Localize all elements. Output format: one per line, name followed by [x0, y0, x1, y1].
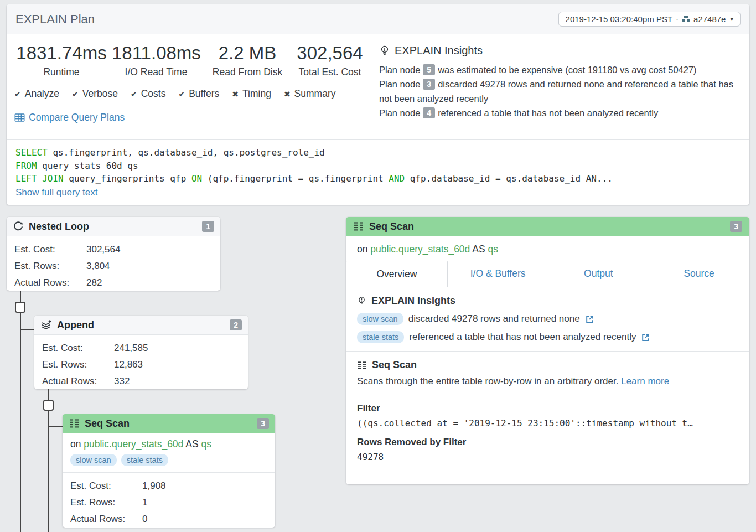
collapse-node-button-1[interactable]: − [15, 302, 25, 313]
flag-buffers: ✔Buffers [178, 88, 219, 100]
detail-insights-title: EXPLAIN Insights [371, 295, 455, 307]
detail-tabs: OverviewI/O & BuffersOutputSource [346, 261, 749, 287]
filter-expression: ((qs.collected_at = '2019-12-15 23:15:00… [357, 418, 738, 428]
stat-label: Est. Cost: [70, 478, 142, 494]
stat-label: Actual Rows: [42, 373, 114, 390]
node-title: Nested Loop [29, 221, 89, 233]
chevron-down-icon: ▾ [730, 16, 733, 23]
lightbulb-icon [379, 45, 390, 57]
node-stat-row: Actual Rows:332 [42, 373, 240, 390]
sql-keyword: LEFT JOIN [15, 173, 64, 184]
tab-i-o-buffers[interactable]: I/O & Buffers [448, 261, 548, 287]
summary-section: 1831.74msRuntime1811.08msI/O Read Time2.… [7, 34, 749, 140]
tree-line-horizontal-1 [21, 329, 34, 330]
sql-text: query_fingerprints qfp [64, 173, 191, 184]
append-layers-icon [40, 319, 52, 330]
plan-node-nested-loop[interactable]: Nested Loop 1 Est. Cost:302,564Est. Rows… [7, 217, 220, 291]
sql-text: qfp.database_id = qs.database_id AN... [405, 173, 613, 184]
node-stats: Est. Cost:1,908Est. Rows:1Actual Rows:0 [63, 473, 275, 532]
flag-label: Buffers [189, 88, 219, 99]
plan-node-append[interactable]: Append 2 Est. Cost:241,585Est. Rows:12,8… [34, 316, 248, 389]
node-help-title: Seq Scan [372, 359, 417, 371]
flag-analyze: ✔Analyze [14, 88, 59, 100]
plan-node-badge[interactable]: 5 [423, 64, 435, 75]
stats-pane: 1831.74msRuntime1811.08msI/O Read Time2.… [7, 34, 369, 139]
node-stat-row: Est. Cost:1,908 [70, 478, 267, 494]
detail-insights-section: EXPLAIN Insights slow scandiscarded 4927… [346, 287, 749, 351]
stat-label: Actual Rows: [70, 511, 142, 528]
node-stat-row: Actual Rows:282 [14, 275, 213, 291]
sql-line: SELECT qs.fingerprint, qs.database_id, q… [15, 146, 741, 159]
sql-keyword: AND [389, 173, 405, 184]
table-grid-icon [14, 113, 25, 122]
stat-label: Total Est. Cost [294, 66, 365, 78]
tab-source[interactable]: Source [649, 261, 749, 287]
rows-removed-value: 49278 [357, 452, 738, 462]
node-header: Append 2 [34, 316, 248, 335]
plan-node-seq-scan[interactable]: Seq Scan 3 on public.query_stats_60d AS … [63, 414, 275, 528]
flag-label: Timing [242, 88, 271, 99]
loop-icon [13, 221, 24, 232]
node-detail-panel: Seq Scan 3 on public.query_stats_60d AS … [346, 217, 749, 484]
rows-removed-label: Rows Removed by Filter [357, 437, 738, 448]
detail-insights-list: slow scandiscarded 49278 rows and return… [357, 313, 738, 343]
insight-prefix: Plan node [379, 65, 420, 75]
stat-label: I/O Read Time [112, 66, 200, 78]
node-header: Nested Loop 1 [7, 217, 220, 236]
insight-tag-pill: slow scan [357, 313, 403, 325]
stat-label: Est. Rows: [70, 494, 142, 511]
cross-icon: ✖ [284, 90, 291, 99]
node-stat-row: Est. Cost:241,585 [42, 340, 240, 357]
insight-text: was estimated to be expensive (cost 1911… [438, 65, 696, 75]
explain-flags: ✔Analyze✔Verbose✔Costs✔Buffers✖Timing✖Su… [14, 88, 335, 100]
flag-timing: ✖Timing [232, 88, 271, 100]
external-link-icon[interactable] [585, 314, 594, 324]
stat-value: 332 [114, 373, 130, 390]
snapshot-selector-button[interactable]: 2019-12-15 03:20:40pm PST · a27487e ▾ [558, 12, 741, 27]
lightbulb-icon [357, 296, 366, 307]
alias-link[interactable]: qs [488, 244, 498, 255]
node-stat-row: Est. Rows:1 [70, 494, 267, 511]
stat-value: 1811.08ms [112, 42, 200, 65]
table-link[interactable]: public.query_stats_60d [370, 244, 470, 255]
sql-line: LEFT JOIN query_fingerprints qfp ON (qfp… [15, 172, 741, 185]
explain-insights-pane: EXPLAIN Insights Plan node5was estimated… [369, 34, 749, 139]
node-number-badge: 3 [730, 221, 742, 232]
explain-plan-card: EXPLAIN Plan 2019-12-15 03:20:40pm PST ·… [7, 4, 749, 205]
node-header: Seq Scan 3 [63, 414, 275, 433]
stat-label: Est. Cost: [14, 241, 86, 258]
node-table-reference: on public.query_stats_60d AS qs [63, 433, 275, 451]
flag-costs: ✔Costs [131, 88, 165, 100]
node-help-description: Scans through the entire table row-by-ro… [357, 376, 738, 387]
node-number-badge: 1 [202, 221, 214, 232]
detail-insight-row: slow scandiscarded 49278 rows and return… [357, 313, 738, 325]
sql-keyword: FROM [15, 161, 37, 171]
table-rows-icon [353, 221, 364, 231]
stat-label: Actual Rows: [14, 275, 86, 291]
stat-read-from-disk: 2.2 MBRead From Disk [209, 42, 286, 78]
tab-output[interactable]: Output [548, 261, 649, 287]
compare-query-plans-link[interactable]: Compare Query Plans [14, 112, 125, 123]
node-stats: Est. Cost:302,564Est. Rows:3,804Actual R… [7, 236, 220, 296]
plan-node-badge[interactable]: 4 [423, 107, 435, 118]
external-link-icon[interactable] [641, 333, 650, 342]
check-icon: ✔ [131, 90, 137, 99]
card-header: EXPLAIN Plan 2019-12-15 03:20:40pm PST ·… [7, 4, 749, 34]
commit-icon [682, 15, 690, 23]
tree-line-vertical-1 [20, 291, 21, 532]
show-full-query-link[interactable]: Show full query text [15, 187, 97, 198]
alias-link[interactable]: qs [201, 438, 211, 450]
flag-label: Verbose [82, 88, 118, 99]
flag-label: Summary [294, 88, 336, 99]
sql-keyword: ON [191, 173, 202, 184]
stat-value: 2.2 MB [209, 42, 286, 65]
plan-node-badge[interactable]: 3 [423, 79, 435, 90]
flag-label: Costs [141, 88, 166, 99]
collapse-node-button-2[interactable]: − [43, 400, 54, 411]
learn-more-link[interactable]: Learn more [621, 376, 669, 386]
detail-table-reference: on public.query_stats_60d AS qs [346, 236, 749, 261]
table-link[interactable]: public.query_stats_60d [84, 438, 183, 450]
snapshot-time: 2019-12-15 03:20:40pm PST [566, 14, 672, 24]
tab-overview[interactable]: Overview [346, 261, 448, 287]
insight-line: Plan node5was estimated to be expensive … [379, 63, 738, 77]
